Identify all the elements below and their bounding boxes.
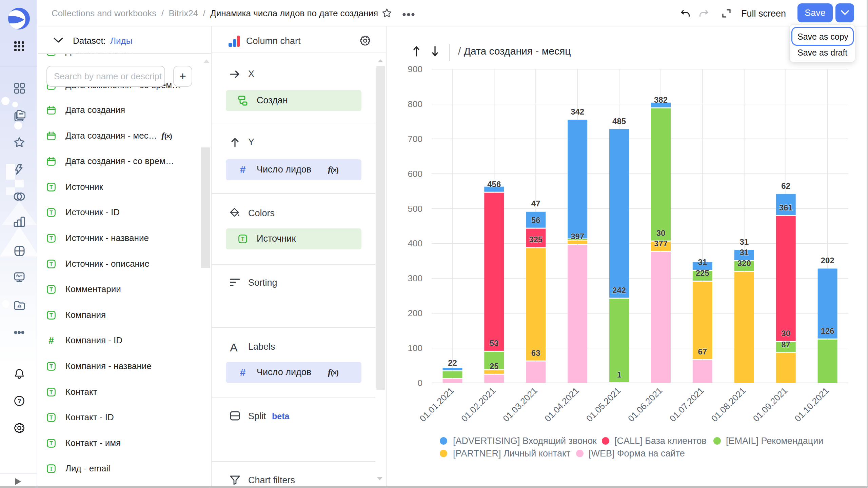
svg-text:342: 342 [571, 107, 584, 116]
svg-text:22: 22 [448, 358, 457, 367]
svg-text:31: 31 [739, 237, 749, 246]
svg-text:87: 87 [781, 340, 790, 349]
svg-text:900: 900 [408, 64, 422, 74]
svg-text:25: 25 [490, 362, 499, 371]
svg-text:126: 126 [821, 326, 834, 336]
svg-text:[ADVERTISING] Входящий звонок: [ADVERTISING] Входящий звонок [453, 436, 597, 446]
svg-text:1: 1 [617, 370, 621, 379]
svg-text:30: 30 [656, 228, 666, 238]
svg-text:01.02.2021: 01.02.2021 [459, 385, 497, 424]
svg-text:01.03.2021: 01.03.2021 [501, 385, 539, 424]
svg-text:382: 382 [654, 95, 668, 104]
svg-text:320: 320 [737, 259, 751, 268]
svg-text:700: 700 [408, 134, 422, 144]
svg-text:53: 53 [490, 339, 499, 348]
svg-text:56: 56 [531, 216, 540, 225]
svg-text:67: 67 [698, 347, 707, 356]
svg-text:47: 47 [531, 199, 540, 208]
svg-text:62: 62 [781, 181, 790, 190]
svg-text:63: 63 [531, 348, 540, 358]
svg-text:01.04.2021: 01.04.2021 [542, 385, 581, 424]
svg-text:600: 600 [408, 169, 422, 179]
svg-text:325: 325 [529, 235, 542, 244]
svg-text:30: 30 [781, 329, 790, 338]
svg-text:200: 200 [408, 308, 422, 318]
svg-text:[WEB] Форма на сайте: [WEB] Форма на сайте [589, 448, 685, 459]
svg-text:/ Дата создания - месяц: / Дата создания - месяц [458, 45, 571, 57]
svg-text:377: 377 [654, 239, 668, 248]
svg-text:400: 400 [408, 238, 422, 248]
svg-text:31: 31 [739, 248, 749, 257]
svg-text:800: 800 [408, 99, 422, 109]
svg-text:0: 0 [418, 378, 422, 388]
svg-text:01.09.2021: 01.09.2021 [751, 385, 789, 424]
svg-text:361: 361 [779, 203, 793, 212]
svg-text:397: 397 [571, 232, 584, 241]
svg-text:31: 31 [698, 258, 707, 267]
svg-text:[PARTNER] Личный контакт: [PARTNER] Личный контакт [453, 448, 570, 459]
svg-text:300: 300 [408, 273, 422, 283]
svg-text:500: 500 [408, 204, 422, 214]
svg-text:01.07.2021: 01.07.2021 [668, 385, 706, 424]
svg-text:01.08.2021: 01.08.2021 [709, 385, 748, 424]
svg-text:456: 456 [487, 180, 501, 189]
svg-text:202: 202 [821, 256, 834, 265]
svg-text:[CALL] База клиентов: [CALL] База клиентов [614, 436, 707, 446]
svg-text:225: 225 [696, 268, 709, 278]
svg-text:01.10.2021: 01.10.2021 [793, 385, 831, 424]
svg-text:242: 242 [612, 286, 626, 295]
svg-text:[EMAIL] Рекомендации: [EMAIL] Рекомендации [726, 436, 823, 446]
svg-text:100: 100 [408, 343, 422, 353]
svg-text:01.01.2021: 01.01.2021 [418, 385, 456, 424]
svg-text:01.06.2021: 01.06.2021 [626, 385, 664, 424]
svg-text:485: 485 [612, 117, 626, 126]
svg-text:01.05.2021: 01.05.2021 [584, 385, 623, 424]
